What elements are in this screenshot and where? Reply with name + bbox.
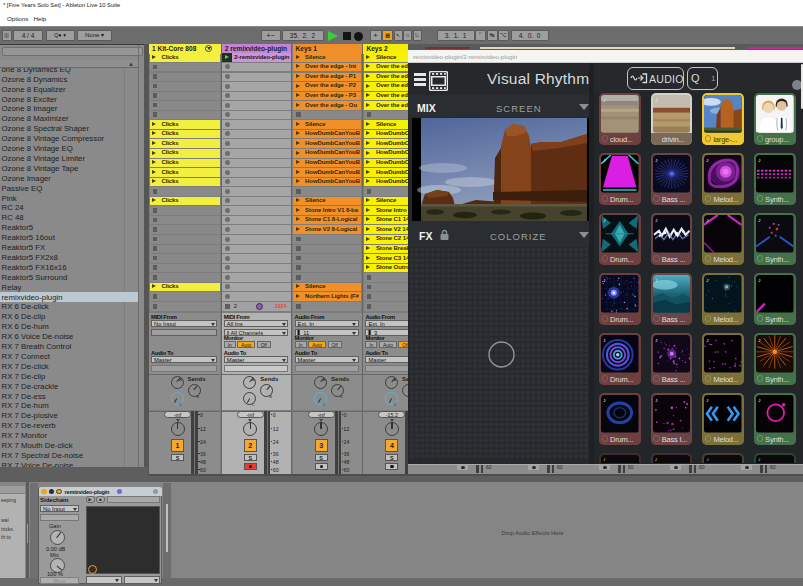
svg-text:♪: ♪ [603, 97, 606, 103]
svg-text:♪: ♪ [706, 397, 709, 403]
svg-text:♪: ♪ [706, 277, 709, 283]
svg-text:♪: ♪ [655, 397, 658, 403]
svg-text:♪: ♪ [603, 337, 606, 343]
svg-text:♪: ♪ [603, 217, 606, 223]
svg-text:♪: ♪ [706, 97, 709, 103]
svg-text:♪: ♪ [655, 277, 658, 283]
svg-text:♪: ♪ [603, 277, 606, 283]
svg-text:♪: ♪ [758, 157, 761, 163]
svg-text:♪: ♪ [758, 397, 761, 403]
svg-text:♪: ♪ [758, 217, 761, 223]
svg-text:♪: ♪ [603, 397, 606, 403]
svg-text:♪: ♪ [655, 337, 658, 343]
svg-text:♪: ♪ [706, 217, 709, 223]
svg-text:♪: ♪ [758, 97, 761, 103]
svg-text:♪: ♪ [603, 157, 606, 163]
svg-text:♪: ♪ [706, 157, 709, 163]
svg-text:♪: ♪ [655, 217, 658, 223]
svg-text:♪: ♪ [655, 97, 658, 103]
svg-text:♪: ♪ [758, 337, 761, 343]
svg-text:♪: ♪ [758, 277, 761, 283]
svg-text:♪: ♪ [655, 157, 658, 163]
svg-text:♪: ♪ [706, 337, 709, 343]
